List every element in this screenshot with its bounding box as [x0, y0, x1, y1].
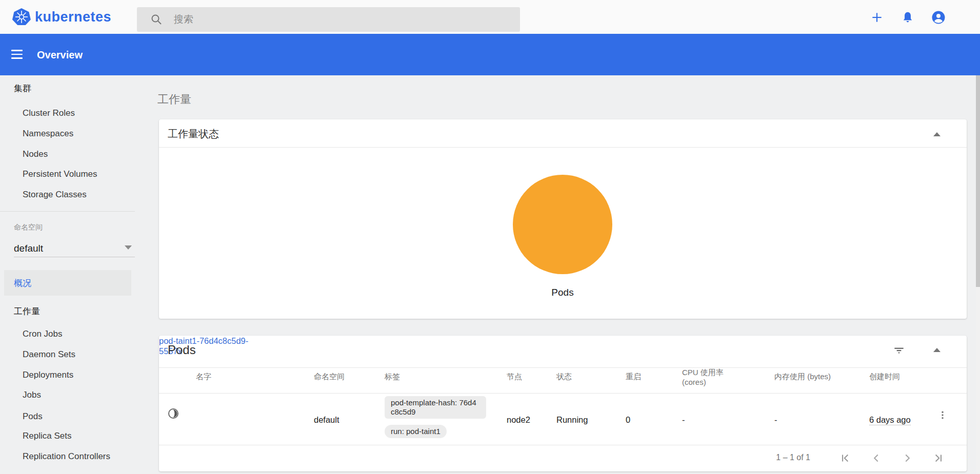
pods-pie-chart-label: Pods: [513, 287, 612, 298]
account-circle-icon: [931, 10, 946, 25]
sidebar-item-overview-label: 概况: [14, 277, 31, 289]
kebab-menu-icon: [937, 410, 948, 420]
chevron-up-icon: [933, 132, 941, 136]
first-page-icon: [839, 451, 852, 465]
sidebar-item-jobs[interactable]: Jobs: [23, 390, 41, 400]
row-divider: [159, 445, 967, 445]
pods-pie-chart: [513, 175, 612, 274]
scrollbar-thumb[interactable]: [976, 75, 980, 287]
search-bar[interactable]: [137, 7, 520, 32]
last-page-icon: [931, 451, 945, 465]
create-resource-button[interactable]: [869, 10, 885, 25]
sidebar-item-overview-selected[interactable]: 概况: [4, 270, 131, 296]
cell-namespace: default: [314, 415, 339, 425]
cell-restarts: 0: [626, 415, 630, 425]
user-menu-button[interactable]: [931, 10, 946, 25]
chevron-right-icon: [901, 451, 914, 465]
column-header-cpu[interactable]: CPU 使用率 (cores): [682, 367, 744, 387]
column-header-memory[interactable]: 内存使用 (bytes): [774, 372, 831, 381]
table-header-divider: [159, 393, 967, 394]
sidebar-item-replication-controllers[interactable]: Replication Controllers: [23, 451, 110, 462]
namespace-select[interactable]: default: [14, 243, 135, 257]
sidebar-section-cluster: 集群: [14, 83, 31, 94]
cell-status: Running: [556, 415, 588, 425]
menu-button[interactable]: [11, 50, 23, 59]
sidebar-item-cron-jobs[interactable]: Cron Jobs: [23, 329, 62, 339]
column-header-labels[interactable]: 标签: [385, 372, 400, 381]
card-header-divider: [159, 147, 967, 148]
collapse-card-button[interactable]: [931, 344, 943, 356]
row-actions-button[interactable]: [936, 409, 949, 421]
sidebar-item-nodes[interactable]: Nodes: [23, 149, 48, 159]
namespace-label: 命名空间: [14, 223, 43, 232]
first-page-button[interactable]: [839, 451, 852, 465]
workload-status-card: 工作量状态 Pods: [159, 119, 967, 319]
paginator-range: 1 – 1 of 1: [744, 453, 810, 462]
cell-cpu: -: [682, 415, 685, 425]
column-header-created[interactable]: 创建时间: [869, 372, 900, 381]
chevron-down-icon: [125, 245, 132, 250]
card-header-divider: [159, 367, 967, 368]
label-chip[interactable]: run: pod-taint1: [385, 425, 447, 438]
next-page-button[interactable]: [901, 451, 914, 465]
plus-icon: [870, 11, 884, 24]
app-header: kubernetes: [0, 0, 980, 34]
sidebar-item-storage-classes[interactable]: Storage Classes: [23, 190, 87, 200]
previous-page-button[interactable]: [870, 451, 883, 465]
collapse-card-button[interactable]: [931, 128, 943, 140]
filter-button[interactable]: [892, 343, 906, 357]
namespace-select-underline: [14, 257, 135, 257]
sidebar-item-replica-sets[interactable]: Replica Sets: [23, 431, 71, 441]
sidebar-section-workloads: 工作量: [14, 305, 40, 317]
cell-node: node2: [507, 415, 530, 425]
column-header-node[interactable]: 节点: [507, 372, 522, 381]
pods-card-title: Pods: [168, 343, 196, 357]
chevron-left-icon: [870, 451, 883, 465]
sidebar-divider: [0, 211, 135, 212]
sidebar-item-cluster-roles[interactable]: Cluster Roles: [23, 108, 75, 118]
sidebar-item-persistent-volumes[interactable]: Persistent Volumes: [23, 169, 97, 179]
page-title: 工作量: [157, 92, 191, 107]
pod-status-icon: [167, 407, 179, 420]
last-page-button[interactable]: [931, 451, 945, 465]
sidebar-item-daemon-sets[interactable]: Daemon Sets: [23, 349, 75, 360]
chevron-up-icon: [933, 348, 941, 352]
column-header-namespace[interactable]: 命名空间: [314, 372, 345, 381]
cell-created: 6 days ago: [869, 415, 911, 425]
toolbar: Overview: [0, 34, 980, 75]
sidebar-item-pods[interactable]: Pods: [23, 411, 43, 422]
workload-status-card-title: 工作量状态: [168, 127, 219, 141]
table-row: pod-taint1-76d4c8c5d9-5557x default pod-…: [159, 336, 967, 356]
column-header-name[interactable]: 名字: [196, 372, 211, 381]
notifications-button[interactable]: [900, 10, 915, 25]
bell-icon: [901, 11, 914, 24]
kubernetes-helm-icon: [12, 8, 31, 26]
cell-memory: -: [774, 415, 777, 425]
column-header-status[interactable]: 状态: [556, 372, 572, 381]
filter-icon: [892, 343, 906, 357]
column-header-restarts[interactable]: 重启: [626, 372, 641, 381]
sidebar-item-deployments[interactable]: Deployments: [23, 370, 73, 380]
search-input[interactable]: [174, 14, 502, 25]
logo-text: kubernetes: [35, 9, 111, 25]
label-chip[interactable]: pod-template-hash: 76d4c8c5d9: [385, 396, 486, 419]
pods-card: Pods 名字 命名空间 标签 节点 状态 重启 CPU 使用率 (cores)…: [159, 336, 967, 471]
search-icon: [150, 13, 163, 26]
sidebar-item-namespaces[interactable]: Namespaces: [23, 129, 73, 139]
toolbar-title: Overview: [37, 49, 83, 61]
kubernetes-logo[interactable]: kubernetes: [12, 7, 111, 27]
